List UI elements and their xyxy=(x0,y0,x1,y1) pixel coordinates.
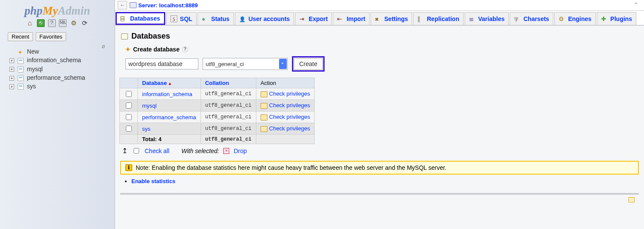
logo-word-php: php xyxy=(24,4,43,17)
tab-variables[interactable]: Variables xyxy=(465,12,509,25)
tab-replication[interactable]: Replication xyxy=(413,12,463,25)
tab-sql[interactable]: SQL xyxy=(166,12,197,25)
table-total-row: Total: 4 utf8_general_ci xyxy=(120,135,315,144)
back-button[interactable]: ← xyxy=(118,1,127,9)
status-icon xyxy=(202,15,209,22)
logo[interactable]: phpMyAdmin xyxy=(0,0,115,18)
db-collation: utf8_general_ci xyxy=(200,123,256,135)
tab-export[interactable]: Export xyxy=(295,12,332,25)
check-all-link[interactable]: Check all xyxy=(145,148,170,154)
server-label: Server: xyxy=(138,2,158,9)
recent-tab[interactable]: Recent xyxy=(8,32,33,41)
check-all-checkbox[interactable] xyxy=(134,148,139,154)
tree-item-sys[interactable]: + sys xyxy=(9,82,115,90)
tab-status[interactable]: Status xyxy=(197,12,234,25)
tab-engines[interactable]: Engines xyxy=(554,12,595,25)
db-link[interactable]: mysql xyxy=(142,102,157,109)
check-privileges-link[interactable]: Check privileges xyxy=(269,90,310,97)
tab-plugins[interactable]: Plugins xyxy=(597,12,637,25)
db-link[interactable]: sys xyxy=(142,126,151,132)
database-name-input[interactable] xyxy=(125,58,198,69)
tree-item-performance-schema[interactable]: + performance_schema xyxy=(9,73,115,82)
check-privileges-link[interactable]: Check privileges xyxy=(269,102,310,108)
privileges-icon xyxy=(261,114,267,121)
expand-icon[interactable]: + xyxy=(9,67,14,72)
with-selected-label: With selected: xyxy=(182,148,219,154)
expand-icon[interactable]: + xyxy=(9,76,14,81)
collation-select[interactable]: utf8_general_ci xyxy=(203,58,288,70)
tree-new[interactable]: ✦ New xyxy=(9,47,115,56)
tree-label: New xyxy=(27,48,39,55)
tree-item-mysql[interactable]: + mysql xyxy=(9,65,115,73)
db-link[interactable]: information_schema xyxy=(142,91,192,97)
page-heading: Databases xyxy=(121,32,640,41)
reload-icon[interactable] xyxy=(81,19,89,27)
drop-link[interactable]: Drop xyxy=(234,148,246,154)
collapse-icon[interactable]: ⌃ xyxy=(633,1,641,9)
database-icon xyxy=(18,75,24,81)
tab-databases[interactable]: Databases xyxy=(115,12,165,25)
home-icon[interactable] xyxy=(26,19,33,27)
tab-label: Plugins xyxy=(611,15,632,22)
expand-icon[interactable]: + xyxy=(9,58,14,63)
tree-item-information-schema[interactable]: + information_schema xyxy=(9,56,115,64)
logo-word-admin: Admin xyxy=(58,4,90,17)
row-checkbox[interactable] xyxy=(126,102,132,108)
tab-label: Variables xyxy=(478,15,505,22)
row-checkbox[interactable] xyxy=(126,126,132,132)
tab-label: Charsets xyxy=(523,15,549,22)
expand-icon[interactable]: + xyxy=(9,84,14,89)
tab-label: Replication xyxy=(427,15,459,22)
create-button[interactable]: Create xyxy=(294,58,323,70)
note-text: Note: Enabling the database statistics h… xyxy=(136,164,447,171)
enable-statistics-link[interactable]: Enable statistics xyxy=(131,178,176,184)
sidebar-iconbar xyxy=(0,18,115,30)
logo-word-my: My xyxy=(43,4,58,17)
th-action: Action xyxy=(256,78,314,88)
export-icon xyxy=(299,15,306,22)
th-checkbox xyxy=(120,78,138,88)
main: ← Server: localhost:8889 ⌃ Databases SQL… xyxy=(115,0,644,229)
tree-label: mysql xyxy=(27,66,43,72)
server-host-link[interactable]: localhost:8889 xyxy=(159,2,197,9)
variables-icon xyxy=(469,15,476,22)
create-db-heading: Create database xyxy=(133,46,179,53)
console-toggle-icon[interactable] xyxy=(629,197,635,202)
databases-icon xyxy=(121,15,128,22)
th-database-link[interactable]: Database xyxy=(142,80,167,86)
tab-charsets[interactable]: Charsets xyxy=(510,12,553,25)
databases-table: Database▲ Collation Action information_s… xyxy=(119,78,315,144)
new-db-icon: ✦ xyxy=(18,49,24,55)
th-collation-link[interactable]: Collation xyxy=(205,80,229,86)
table-row: mysql utf8_general_ci Check privileges xyxy=(120,100,315,111)
favorites-tab[interactable]: Favorites xyxy=(36,32,66,41)
help-icon[interactable]: ? xyxy=(182,46,188,52)
sql-icon[interactable] xyxy=(59,19,67,27)
check-privileges-link[interactable]: Check privileges xyxy=(269,125,310,132)
database-icon xyxy=(18,58,24,64)
settings-icon[interactable] xyxy=(70,19,78,27)
tab-label: Export xyxy=(309,15,328,22)
tree-label: performance_schema xyxy=(27,74,85,81)
tab-label: Engines xyxy=(568,15,591,22)
row-checkbox[interactable] xyxy=(126,91,132,97)
sidebar-tabs: Recent Favorites xyxy=(8,32,115,41)
docs-icon[interactable] xyxy=(48,19,56,27)
th-collation[interactable]: Collation xyxy=(200,78,256,88)
tree-label: sys xyxy=(27,83,36,90)
create-db-icon: ✦ xyxy=(125,46,131,53)
tab-import[interactable]: Import xyxy=(333,12,370,25)
db-link[interactable]: performance_schema xyxy=(142,114,196,121)
main-tabs: Databases SQL Status User accounts Expor… xyxy=(115,11,644,26)
logout-icon[interactable] xyxy=(37,19,45,27)
tab-user-accounts[interactable]: User accounts xyxy=(235,12,294,25)
row-checkbox[interactable] xyxy=(126,114,132,120)
breadcrumb-bar: ← Server: localhost:8889 ⌃ xyxy=(115,0,644,11)
content: Databases ✦ Create database ? utf8_gener… xyxy=(115,26,644,201)
tab-settings[interactable]: Settings xyxy=(371,12,412,25)
arrow-up-icon: ↥ xyxy=(122,147,128,155)
th-database[interactable]: Database▲ xyxy=(138,78,201,88)
privileges-icon xyxy=(261,103,267,109)
check-privileges-link[interactable]: Check privileges xyxy=(269,114,310,120)
tab-label: Status xyxy=(211,15,230,22)
